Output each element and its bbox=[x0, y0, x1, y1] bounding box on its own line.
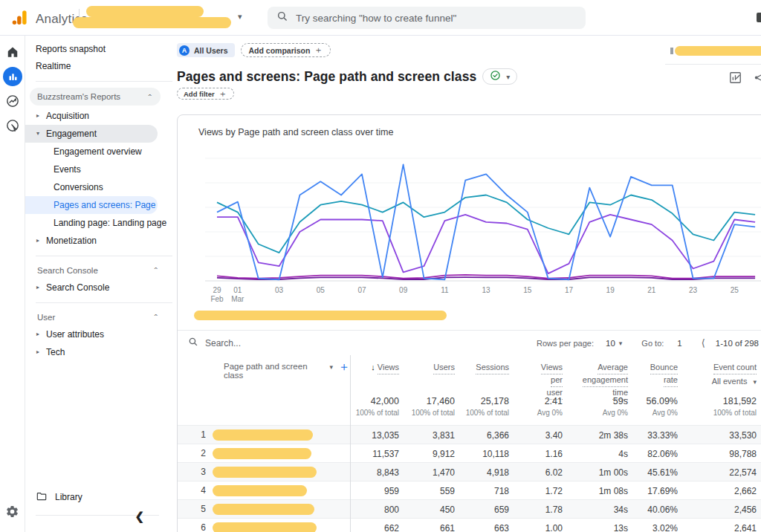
cropped-header-icon bbox=[757, 13, 761, 22]
account-switcher-caret-icon[interactable]: ▾ bbox=[238, 12, 242, 22]
chevron-down-icon[interactable]: ▾ bbox=[329, 363, 333, 371]
sidebar-item-engagement[interactable]: ▾Engagement bbox=[25, 125, 158, 143]
sidebar-item-acquisition[interactable]: ▸Acquisition bbox=[25, 107, 172, 125]
row-metric-value: 1.78 bbox=[515, 500, 569, 518]
pagination-range: 1-10 of 298 bbox=[716, 339, 759, 348]
sidebar-collection-header[interactable]: Buzzstream's Reports⌃ bbox=[30, 88, 161, 106]
totals-cell: 181,592100% of total bbox=[684, 391, 761, 425]
totals-value: 25,178 bbox=[481, 396, 509, 406]
row-metric-value: 22,574 bbox=[684, 463, 761, 481]
reports-nav-sidebar: Reports snapshotRealtimeBuzzstream's Rep… bbox=[25, 36, 172, 532]
table-search[interactable] bbox=[188, 337, 537, 350]
totals-spacer bbox=[178, 391, 350, 425]
header-text: Users bbox=[433, 362, 455, 374]
chevron-down-icon: ▾ bbox=[753, 378, 757, 386]
sidebar-item-reports-snapshot[interactable]: Reports snapshot bbox=[25, 41, 172, 58]
report-status-dropdown[interactable]: ▾ bbox=[482, 68, 517, 85]
sidebar-section-user[interactable]: User⌃ bbox=[25, 309, 172, 325]
chevron-down-icon[interactable]: ▾ bbox=[619, 340, 623, 347]
x-axis-tick-label: 09 bbox=[399, 286, 408, 294]
segment-label: All Users bbox=[194, 46, 228, 55]
rows-per-page-select[interactable]: 10 bbox=[606, 339, 615, 348]
reports-icon-active[interactable] bbox=[3, 67, 22, 86]
row-metric-value: 9,912 bbox=[405, 444, 461, 462]
analytics-logo-icon[interactable] bbox=[10, 8, 29, 30]
report-main-area: A All Users Add comparison ＋ Pages and s… bbox=[172, 36, 761, 532]
customize-report-icon[interactable] bbox=[728, 71, 742, 88]
sidebar-item-engagement-overview[interactable]: Engagement overview bbox=[25, 143, 172, 160]
sidebar-item-monetization[interactable]: ▸Monetization bbox=[25, 232, 172, 250]
row-metric-value: 1.72 bbox=[515, 481, 569, 499]
row-metric-value: 8,843 bbox=[350, 463, 405, 481]
sidebar-item-search-console[interactable]: ▸Search Console bbox=[25, 279, 172, 296]
row-label-redacted bbox=[213, 485, 307, 496]
table-row[interactable]: 58004506591.7834s40.06%2,456 bbox=[178, 499, 761, 518]
totals-value: 59s bbox=[613, 396, 628, 406]
data-table: Page path and screen class ▾ ＋ ↓ ViewsUs… bbox=[178, 355, 761, 532]
table-row[interactable]: 211,5379,91210,1181.164s82.06%98,788 bbox=[178, 444, 761, 462]
x-axis-tick-label: 11 bbox=[441, 286, 449, 294]
chevron-up-icon[interactable]: ⌃ bbox=[153, 311, 159, 324]
row-metric-value: 2,641 bbox=[684, 519, 761, 532]
collapse-sidebar-chevron-icon[interactable]: ❮ bbox=[135, 510, 144, 523]
totals-subtext: 100% of total bbox=[350, 409, 399, 417]
all-users-segment-chip[interactable]: A All Users bbox=[177, 43, 235, 57]
segment-avatar: A bbox=[179, 45, 190, 56]
row-metric-value: 450 bbox=[405, 500, 461, 518]
sidebar-item-pages-and-screens-page-p-[interactable]: Pages and screens: Page p... bbox=[25, 196, 158, 214]
pagination-controls: Rows per page: 10 ▾ Go to: 1 ⟨ 1-10 of 2… bbox=[537, 337, 759, 348]
sidebar-item-library[interactable]: Library bbox=[25, 488, 172, 506]
row-metric-value: 959 bbox=[350, 481, 405, 499]
sidebar-divider bbox=[36, 256, 172, 256]
table-row[interactable]: 66626616631.0013s3.02%2,641 bbox=[178, 518, 761, 532]
column-subfilter-label[interactable]: All events ▾ bbox=[684, 377, 757, 386]
row-metric-value: 33,530 bbox=[684, 426, 761, 444]
sidebar-item-tech[interactable]: ▸Tech bbox=[25, 343, 172, 361]
row-metric-value: 4,918 bbox=[461, 463, 515, 481]
row-dimension-cell: 2 bbox=[178, 444, 350, 462]
x-axis-tick-label: 07 bbox=[357, 286, 366, 294]
page-title: Pages and screens: Page path and screen … bbox=[177, 69, 476, 85]
chart-section: Views by Page path and screen class over… bbox=[178, 115, 761, 330]
row-rank: 2 bbox=[192, 448, 206, 458]
sidebar-item-events[interactable]: Events bbox=[25, 160, 172, 178]
table-row[interactable]: 113,0353,8316,3663.402m 38s33.33%33,530 bbox=[178, 425, 761, 444]
advertising-icon[interactable] bbox=[5, 118, 20, 133]
sidebar-item-realtime[interactable]: Realtime bbox=[25, 58, 172, 75]
global-search-input[interactable] bbox=[296, 13, 577, 24]
chevron-up-icon[interactable]: ⌃ bbox=[147, 94, 153, 100]
totals-cell: 42,000100% of total bbox=[350, 391, 405, 425]
add-filter-button[interactable]: Add filter ＋ bbox=[177, 88, 234, 100]
add-comparison-button[interactable]: Add comparison ＋ bbox=[241, 43, 331, 57]
sidebar-section-search-console[interactable]: Search Console⌃ bbox=[25, 262, 172, 279]
chevron-up-icon[interactable]: ⌃ bbox=[153, 264, 159, 277]
table-search-input[interactable] bbox=[205, 338, 354, 348]
global-search-bar[interactable] bbox=[268, 7, 586, 29]
sidebar-item-user-attributes[interactable]: ▸User attributes bbox=[25, 325, 172, 343]
date-range-selector-redacted[interactable] bbox=[675, 46, 761, 56]
previous-page-chevron-icon[interactable]: ⟨ bbox=[702, 337, 705, 348]
admin-settings-gear-icon[interactable] bbox=[5, 505, 19, 522]
row-rank: 3 bbox=[192, 467, 206, 477]
row-metric-value: 1,470 bbox=[405, 463, 461, 481]
add-secondary-dimension-button[interactable]: ＋ bbox=[338, 362, 350, 372]
account-name-redacted[interactable] bbox=[86, 6, 204, 17]
home-icon[interactable] bbox=[5, 45, 20, 59]
share-icon[interactable] bbox=[753, 71, 761, 88]
x-axis-tick-label: Feb bbox=[210, 295, 224, 303]
row-metric-value: 34s bbox=[569, 500, 634, 518]
x-axis-tick-label: 25 bbox=[731, 286, 739, 294]
table-row[interactable]: 38,8431,4704,9186.021m 00s45.61%22,574 bbox=[178, 462, 761, 481]
explore-icon[interactable] bbox=[5, 94, 20, 108]
property-name-redacted[interactable] bbox=[73, 17, 231, 28]
item-label: User attributes bbox=[46, 325, 104, 343]
row-metric-value: 6,366 bbox=[461, 426, 515, 444]
header-text: Average bbox=[598, 362, 628, 374]
triangle-right-icon: ▸ bbox=[34, 343, 42, 361]
sidebar-item-landing-page-landing-page[interactable]: Landing page: Landing page bbox=[25, 214, 172, 232]
goto-page-input[interactable]: 1 bbox=[677, 339, 681, 348]
table-row[interactable]: 49595597181.721m 08s17.69%2,662 bbox=[178, 481, 761, 499]
report-card: Views by Page path and screen class over… bbox=[177, 114, 761, 532]
x-axis-tick-label: 17 bbox=[565, 286, 574, 294]
sidebar-item-conversions[interactable]: Conversions bbox=[25, 178, 172, 196]
